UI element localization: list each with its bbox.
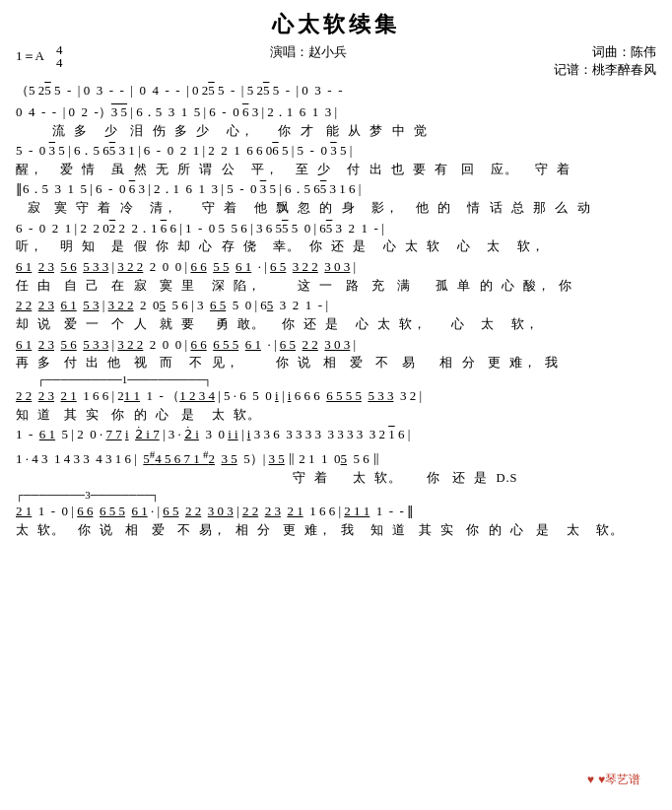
line11: 1 · 4 3 1 4 3 3 4 3 1 6 | 5#4 5 6 7 1 #2…	[16, 446, 656, 488]
line8: 6 1 2 3 5 6 5 3 3 | 3 2 2 2 0 0 | 6 6 6 …	[16, 335, 656, 372]
line1: （5 25 5 - | 0 3 - - | 0 4 - - | 0 25 5 -…	[16, 81, 656, 101]
meta-row: 1＝A 4 4 演唱：赵小兵 词曲：陈伟 记谱：桃李醉春风	[16, 43, 656, 79]
watermark-icon: ♥	[587, 773, 594, 787]
score-block: （5 25 5 - | 0 3 - - | 0 4 - - | 0 25 5 -…	[16, 81, 656, 539]
watermark: ♥♥琴艺谱	[587, 772, 640, 788]
lyrics-l11: 守 着 太 软。 你 还 是 D.S	[16, 470, 656, 488]
notation-l10: 1 - 6 1 5 | 2 0 · 7 7 i 2̇ i 7 | 3 · 2̇ …	[16, 425, 656, 445]
meta-left: 1＝A 4 4	[16, 43, 62, 69]
lyrics-l8: 再 多 付 出 他 视 而 不 见， 你 说 相 爱 不 易 相 分 更 难， …	[16, 355, 656, 372]
line2: 0 4 - - | 0 2 -）3 5 | 6．5 3 1 5 | 6 - 0 …	[16, 102, 656, 140]
lyrics-l6: 任 由 自 己 在 寂 寞 里 深 陷， 这 一 路 充 满 孤 单 的 心 酸…	[16, 278, 656, 296]
meta-right: 词曲：陈伟 记谱：桃李醉春风	[554, 43, 656, 79]
notation-l8: 6 1 2 3 5 6 5 3 3 | 3 2 2 2 0 0 | 6 6 6 …	[16, 335, 656, 356]
time-den: 4	[56, 56, 63, 69]
lyrics-l9: 知 道 其 实 你 的 心 是 太 软。	[16, 407, 656, 425]
lyricist: 陈伟	[631, 44, 656, 59]
key-label: 1＝A	[16, 47, 44, 65]
notation-l6: 6 1 2 3 5 6 5 3 3 | 3 2 2 2 0 0 | 6 6 5 …	[16, 257, 656, 278]
time-signature: 4 4	[56, 43, 63, 69]
notation-l1: （5 25 5 - | 0 3 - - | 0 4 - - | 0 25 5 -…	[16, 81, 656, 101]
line9: ┌──────────1──────────┐ 2 2 2 3 2 1 1 6 …	[16, 373, 656, 424]
notation-author: 桃李醉春风	[592, 62, 656, 77]
watermark-text: ♥琴艺谱	[598, 772, 640, 788]
singer-label: 演唱：	[270, 44, 308, 59]
lyrics-l3: 醒， 爱 情 虽 然 无 所 谓 公 平， 至 少 付 出 也 要 有 回 应。…	[16, 162, 656, 179]
notation-l12: 2 1 1 - 0 | 6 6 6 5 5 6 1 · | 6 5 2 2 3 …	[16, 502, 656, 522]
line12: ┌────────3────────┐ 2 1 1 - 0 | 6 6 6 5 …	[16, 489, 656, 539]
notation-l11: 1 · 4 3 1 4 3 3 4 3 1 6 | 5#4 5 6 7 1 #2…	[16, 446, 656, 470]
notation-l9: 2 2 2 3 2 1 1 6 6 | 21 1 1 - （1 2 3 4 | …	[16, 386, 656, 407]
singer: 赵小兵	[308, 44, 347, 59]
lyrics-l7: 却 说 爱 一 个 人 就 要 勇 敢。 你 还 是 心 太 软， 心 太 软，	[16, 316, 656, 334]
notation-label: 记谱：	[554, 62, 592, 77]
lyrics-l2: 流 多 少 泪 伤 多 少 心， 你 才 能 从 梦 中 觉	[16, 123, 656, 141]
notation-l2: 0 4 - - | 0 2 -）3 5 | 6．5 3 1 5 | 6 - 0 …	[16, 102, 656, 123]
line3: 5 - 0 3 5 | 6．5 65 3 1 | 6 - 0 2 1 | 2 2…	[16, 141, 656, 178]
line7: 2 2 2 3 6 1 5 3 | 3 2 2 2 05 5 6 | 3 6 5…	[16, 296, 656, 333]
lyrics-l12: 太 软。 你 说 相 爱 不 易， 相 分 更 难， 我 知 道 其 实 你 的…	[16, 522, 656, 540]
page-title: 心太软续集	[16, 10, 656, 39]
lyrics-l4: 寂 寞 守 着 冷 清， 守 着 他 飘 忽 的 身 影， 他 的 情 话 总 …	[16, 200, 656, 218]
page-wrapper: 心太软续集 1＝A 4 4 演唱：赵小兵 词曲：陈伟 记谱：桃李醉春风 （5 2…	[16, 10, 656, 798]
line6: 6 1 2 3 5 6 5 3 3 | 3 2 2 2 0 0 | 6 6 5 …	[16, 257, 656, 295]
meta-center: 演唱：赵小兵	[270, 43, 347, 61]
notation-l3: 5 - 0 3 5 | 6．5 65 3 1 | 6 - 0 2 1 | 2 2…	[16, 141, 656, 162]
line10: 1 - 6 1 5 | 2 0 · 7 7 i 2̇ i 7 | 3 · 2̇ …	[16, 425, 656, 445]
notation-l4: ‖6．5 3 1 5 | 6 - 0 6 3 | 2．1 6 1 3 | 5 -…	[16, 179, 656, 200]
line4: ‖6．5 3 1 5 | 6 - 0 6 3 | 2．1 6 1 3 | 5 -…	[16, 179, 656, 217]
lyrics-l5: 听， 明 知 是 假 你 却 心 存 侥 幸。 你 还 是 心 太 软 心 太 …	[16, 238, 656, 256]
notation-l7: 2 2 2 3 6 1 5 3 | 3 2 2 2 05 5 6 | 3 6 5…	[16, 296, 656, 316]
line5: 6 - 0 2 1 | 2 2 02 2 2．1 6 6 | 1 - 0 5 5…	[16, 219, 656, 256]
lyricist-label: 词曲：	[592, 44, 631, 59]
notation-l5: 6 - 0 2 1 | 2 2 02 2 2．1 6 6 | 1 - 0 5 5…	[16, 219, 656, 239]
